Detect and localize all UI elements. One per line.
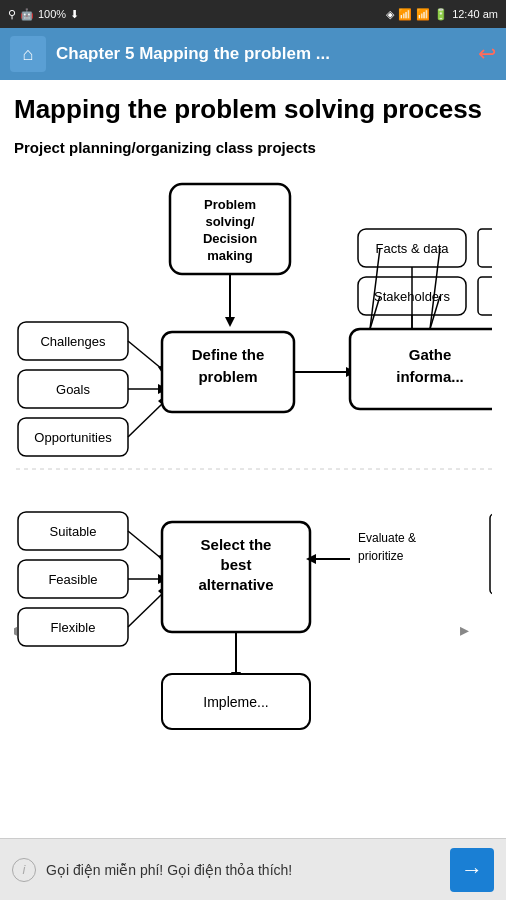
svg-text:Evaluate &: Evaluate & bbox=[358, 531, 416, 545]
svg-line-47 bbox=[128, 531, 162, 559]
svg-text:◂: ◂ bbox=[14, 620, 17, 640]
svg-marker-6 bbox=[225, 317, 235, 327]
svg-line-51 bbox=[128, 594, 162, 627]
battery-text: 100% bbox=[38, 8, 66, 20]
status-right: ◈ 📶 📶 🔋 12:40 am bbox=[386, 8, 498, 21]
android-icon: 🤖 bbox=[20, 8, 34, 21]
svg-text:Gathe: Gathe bbox=[409, 346, 452, 363]
svg-text:Impleme...: Impleme... bbox=[203, 694, 268, 710]
info-icon[interactable]: i bbox=[12, 858, 36, 882]
back-button[interactable]: ↩ bbox=[478, 41, 496, 67]
home-icon: ⌂ bbox=[23, 44, 34, 65]
main-content: Mapping the problem solving process Proj… bbox=[0, 80, 506, 838]
battery-icon: 🔋 bbox=[434, 8, 448, 21]
svg-text:Define the: Define the bbox=[192, 346, 265, 363]
wifi-icon: 📶 bbox=[398, 8, 412, 21]
svg-text:Facts & data: Facts & data bbox=[376, 241, 450, 256]
diagram-svg: Problem solving/ Decision making Challen… bbox=[14, 174, 492, 754]
svg-rect-32 bbox=[478, 277, 492, 315]
svg-rect-31 bbox=[478, 229, 492, 267]
svg-text:making: making bbox=[207, 248, 253, 263]
svg-text:best: best bbox=[221, 556, 252, 573]
bottom-banner: i Gọi điện miễn phí! Gọi điện thỏa thích… bbox=[0, 838, 506, 900]
status-bar: ⚲ 🤖 100% ⬇ ◈ 📶 📶 🔋 12:40 am bbox=[0, 0, 506, 28]
page-title: Mapping the problem solving process bbox=[14, 94, 492, 125]
gps-icon: ◈ bbox=[386, 8, 394, 21]
svg-text:Select the: Select the bbox=[201, 536, 272, 553]
app-header: ⌂ Chapter 5 Mapping the problem ... ↩ bbox=[0, 28, 506, 80]
section-subtitle: Project planning/organizing class projec… bbox=[14, 139, 492, 156]
svg-text:▸: ▸ bbox=[460, 620, 469, 640]
download-icon: ⬇ bbox=[70, 8, 79, 21]
banner-text: Gọi điện miễn phí! Gọi điện thỏa thích! bbox=[46, 862, 440, 878]
svg-text:problem: problem bbox=[198, 368, 257, 385]
svg-rect-66 bbox=[490, 514, 492, 594]
svg-text:Feasible: Feasible bbox=[48, 572, 97, 587]
status-left: ⚲ 🤖 100% ⬇ bbox=[8, 8, 79, 21]
svg-text:solving/: solving/ bbox=[205, 214, 255, 229]
svg-text:alternative: alternative bbox=[198, 576, 273, 593]
banner-arrow-button[interactable]: → bbox=[450, 848, 494, 892]
home-button[interactable]: ⌂ bbox=[10, 36, 46, 72]
header-title: Chapter 5 Mapping the problem ... bbox=[56, 44, 468, 64]
svg-text:Challenges: Challenges bbox=[40, 334, 106, 349]
usb-icon: ⚲ bbox=[8, 8, 16, 21]
svg-text:Suitable: Suitable bbox=[50, 524, 97, 539]
time-display: 12:40 am bbox=[452, 8, 498, 20]
svg-text:prioritize: prioritize bbox=[358, 549, 404, 563]
svg-text:Opportunities: Opportunities bbox=[34, 430, 112, 445]
svg-text:Problem: Problem bbox=[204, 197, 256, 212]
svg-text:informa...: informa... bbox=[396, 368, 464, 385]
svg-text:Decision: Decision bbox=[203, 231, 257, 246]
svg-line-13 bbox=[128, 341, 162, 369]
signal-icon: 📶 bbox=[416, 8, 430, 21]
svg-text:Flexible: Flexible bbox=[51, 620, 96, 635]
arrow-icon: → bbox=[461, 857, 483, 883]
back-icon: ↩ bbox=[478, 41, 496, 66]
svg-line-17 bbox=[128, 404, 162, 437]
svg-text:Goals: Goals bbox=[56, 382, 90, 397]
diagram-area: Problem solving/ Decision making Challen… bbox=[14, 174, 492, 758]
